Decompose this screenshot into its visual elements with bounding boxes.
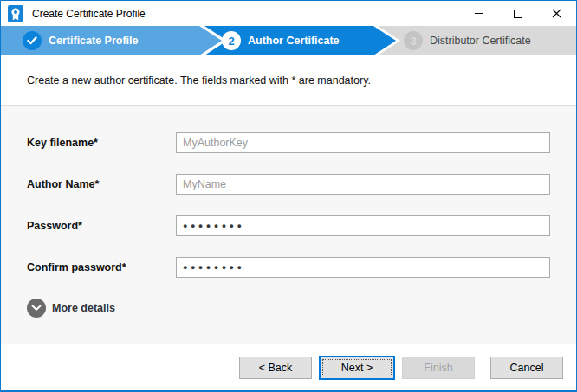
cancel-button[interactable]: Cancel (490, 357, 563, 379)
back-button[interactable]: < Back (239, 357, 312, 379)
close-button[interactable] (537, 1, 576, 26)
confirm-password-label: Confirm password* (27, 261, 176, 273)
confirm-password-row: Confirm password* (27, 257, 550, 278)
key-filename-row: Key filename* (27, 132, 550, 153)
author-certificate-form: Key filename* Author Name* Password* Con… (1, 106, 576, 344)
close-icon (552, 9, 561, 18)
maximize-icon (514, 10, 522, 18)
step-3-number-badge: 3 (404, 31, 423, 50)
create-certificate-profile-window: Create Certificate Profile (0, 0, 577, 392)
minimize-button[interactable] (459, 1, 498, 26)
wizard-step-bar: Certificate Profile 2 Author Certificate… (1, 26, 576, 55)
key-filename-input[interactable] (176, 132, 550, 153)
author-name-input[interactable] (176, 174, 550, 195)
finish-button[interactable]: Finish (402, 357, 475, 379)
step-3-label: Distributor Certificate (430, 35, 531, 47)
description-strip: Create a new author certificate. The fie… (1, 55, 576, 106)
check-icon (23, 31, 42, 50)
step-certificate-profile[interactable]: Certificate Profile (23, 26, 139, 55)
maximize-button[interactable] (498, 1, 537, 26)
more-details-label: More details (52, 302, 115, 314)
next-button[interactable]: Next > (319, 356, 395, 380)
certificate-ribbon-icon (8, 5, 23, 22)
more-details-toggle[interactable]: More details (27, 299, 576, 318)
author-name-row: Author Name* (27, 174, 550, 195)
window-controls (459, 1, 576, 26)
footer-button-bar: < Back Next > Finish Cancel (1, 344, 576, 390)
page-description: Create a new author certificate. The fie… (27, 74, 371, 87)
step-2-number-badge: 2 (222, 31, 241, 50)
step-1-label: Certificate Profile (49, 35, 139, 47)
step-2-label: Author Certificate (248, 35, 340, 47)
password-input[interactable] (176, 215, 550, 236)
password-label: Password* (27, 220, 176, 232)
step-author-certificate[interactable]: 2 Author Certificate (222, 26, 340, 55)
author-name-label: Author Name* (27, 178, 176, 190)
window-title: Create Certificate Profile (32, 8, 146, 20)
key-filename-label: Key filename* (27, 137, 176, 149)
confirm-password-input[interactable] (176, 257, 550, 278)
step-distributor-certificate[interactable]: 3 Distributor Certificate (404, 26, 531, 55)
minimize-icon (475, 13, 483, 14)
title-bar: Create Certificate Profile (1, 1, 576, 26)
password-row: Password* (27, 215, 550, 236)
chevron-down-icon (27, 299, 46, 318)
